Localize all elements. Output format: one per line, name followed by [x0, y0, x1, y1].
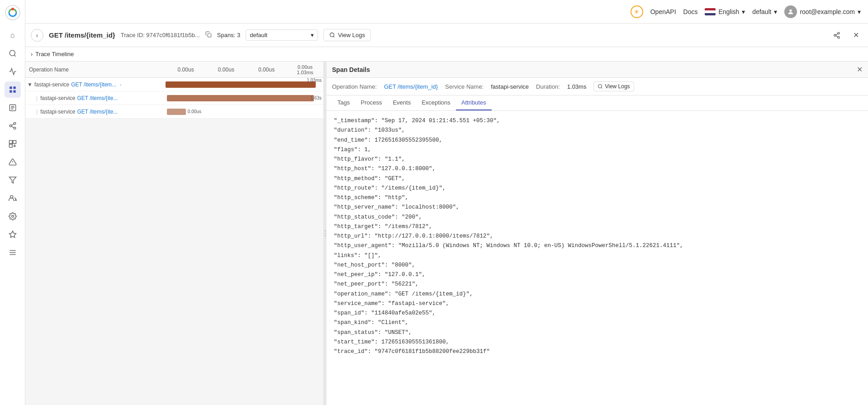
service-name-value: fastapi-service [491, 83, 529, 90]
svg-line-38 [602, 87, 602, 88]
op-name-label: Operation Name: [332, 83, 377, 90]
view-logs-button[interactable]: View Logs [323, 29, 371, 41]
svg-point-0 [5, 5, 20, 20]
tab-process[interactable]: Process [355, 95, 387, 110]
attributes-text: "_timestamp": "Sep 17, 2024 01:21:45.551… [334, 116, 861, 357]
svg-marker-22 [9, 177, 16, 183]
tab-attributes[interactable]: Attributes [456, 95, 492, 110]
back-button[interactable]: ‹ [31, 29, 43, 42]
share-button[interactable] [830, 29, 844, 42]
duration-label: Duration: [536, 83, 560, 90]
tab-tags[interactable]: Tags [332, 95, 355, 110]
svg-rect-29 [208, 33, 211, 37]
branch-icon-2: | [36, 109, 38, 115]
sidebar-item-plugins[interactable] [5, 136, 21, 152]
svg-point-30 [330, 33, 334, 37]
span-bar [166, 81, 316, 88]
user-chevron-icon: ▾ [858, 8, 861, 15]
trace-id: Trace ID: 9747c0f6181f1b5b... [121, 32, 200, 38]
svg-point-14 [14, 127, 16, 129]
span-view-logs-button[interactable]: View Logs [593, 81, 634, 91]
table-row[interactable]: | fastapi-service GET /items/{ite... 1.6… [25, 91, 323, 105]
openapi-link[interactable]: OpenAPI [650, 8, 676, 15]
span-duration-2: 1.63s [311, 95, 322, 100]
tab-events[interactable]: Events [387, 95, 416, 110]
sidebar-item-users[interactable] [5, 190, 21, 206]
svg-rect-19 [9, 144, 12, 148]
sidebar-item-share[interactable] [5, 118, 21, 134]
branch-icon: | [36, 95, 38, 101]
col-time-3: 0.00us [296, 64, 314, 70]
docs-link[interactable]: Docs [683, 8, 698, 15]
span-details-close-button[interactable]: ✕ [857, 65, 863, 74]
col-time-4: 1.03ms [295, 70, 315, 75]
span-tabs: Tags Process Events Exceptions Attribute… [327, 95, 868, 111]
org-select[interactable]: default ▾ [246, 29, 318, 41]
span-bar [167, 109, 186, 115]
copy-trace-id-button[interactable] [205, 31, 212, 39]
sidebar-item-metrics[interactable] [5, 63, 21, 80]
sidebar-item-dashboard[interactable] [5, 81, 21, 98]
svg-point-37 [598, 85, 602, 88]
close-button[interactable]: ✕ [849, 29, 863, 42]
span-details-pane: Span Details ✕ Operation Name: GET /item… [327, 62, 868, 405]
svg-point-33 [834, 34, 836, 36]
table-row[interactable]: ▼ fastapi-service GET /items/{item... › … [25, 78, 323, 91]
span-bar [167, 95, 314, 101]
flag-icon [705, 8, 716, 15]
trace-timeline-section: › Trace Timeline [25, 47, 868, 62]
svg-rect-17 [9, 141, 12, 144]
trace-timeline-chevron-icon: › [31, 51, 33, 57]
sidebar-item-list[interactable] [5, 244, 21, 261]
span-attributes-content: "_timestamp": "Sep 17, 2024 01:21:45.551… [327, 111, 868, 405]
svg-line-35 [836, 36, 838, 37]
col-time-0: 0.00us [166, 67, 206, 73]
trace-row-left-1: ▼ fastapi-service GET /items/{item... › [25, 81, 166, 88]
avatar [784, 5, 797, 18]
svg-line-36 [836, 33, 838, 35]
expand-icon[interactable]: ▼ [27, 81, 33, 88]
sidebar: ⌂ [0, 0, 25, 405]
svg-rect-5 [13, 86, 15, 89]
sidebar-item-search[interactable] [5, 45, 21, 62]
trace-table-pane: Operation Name 0.00us 0.00us 0.00us 0.00… [25, 62, 324, 405]
trace-timeline-label: Trace Timeline [35, 51, 74, 57]
svg-line-31 [333, 36, 334, 37]
trace-row-right-1: 1.03ms [166, 78, 323, 91]
theme-toggle[interactable]: ☀ [631, 5, 643, 18]
svg-rect-7 [13, 91, 15, 93]
svg-point-12 [14, 123, 16, 125]
span-duration: 1.03ms [307, 78, 322, 83]
spans-count: Spans: 3 [217, 32, 240, 38]
sidebar-item-filter[interactable] [5, 172, 21, 188]
sidebar-item-home[interactable]: ⌂ [5, 27, 21, 43]
col-time-2: 0.00us [247, 67, 287, 73]
language-selector[interactable]: English ▾ [705, 8, 745, 15]
trace-row-right-2: 1.63s [166, 91, 323, 105]
sidebar-item-logs[interactable] [5, 100, 21, 116]
org-chevron-icon: ▾ [774, 8, 777, 15]
service-name-label: Service Name: [445, 83, 484, 90]
span-label-3: 0.00us [188, 109, 201, 114]
op-name-value: GET /items/{item_id} [384, 83, 438, 90]
content-area: Operation Name 0.00us 0.00us 0.00us 0.00… [25, 62, 868, 405]
app-logo[interactable] [4, 4, 22, 22]
trace-row-left-2: | fastapi-service GET /items/{ite... [25, 95, 166, 101]
span-details-title: Span Details [332, 66, 370, 73]
svg-point-28 [790, 9, 792, 11]
sidebar-item-settings[interactable] [5, 208, 21, 224]
language-chevron-icon: ▾ [742, 8, 745, 15]
svg-point-24 [11, 215, 14, 218]
table-row[interactable]: | fastapi-service GET /items/{ite... 0.0… [25, 105, 323, 119]
col-time-1: 0.00us [206, 67, 246, 73]
svg-point-13 [9, 125, 12, 127]
trace-timeline-toggle[interactable]: › Trace Timeline [31, 51, 863, 57]
span-meta-row: Operation Name: GET /items/{item_id} Ser… [327, 78, 868, 95]
tab-exceptions[interactable]: Exceptions [416, 95, 456, 110]
sidebar-item-integrations[interactable] [5, 226, 21, 243]
sidebar-item-alerts[interactable] [5, 154, 21, 170]
user-menu[interactable]: root@example.com ▾ [784, 5, 861, 18]
svg-line-15 [11, 126, 14, 128]
duration-value: 1.03ms [567, 83, 587, 90]
org-selector[interactable]: default ▾ [752, 8, 777, 15]
